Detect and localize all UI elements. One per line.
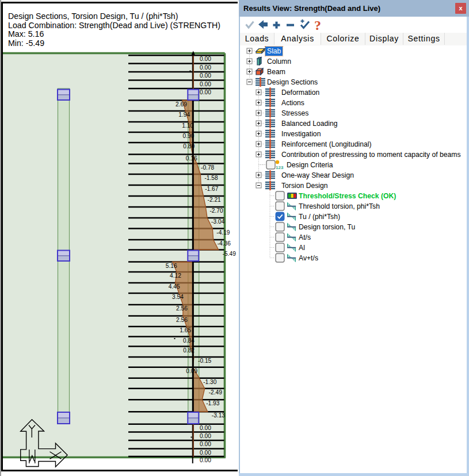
svg-text:0.00: 0.00: [200, 56, 211, 62]
svg-text:0.00: 0.00: [200, 72, 211, 79]
svg-text:0.00: 0.00: [200, 450, 211, 456]
svg-text:-2.49: -2.49: [209, 389, 223, 396]
svg-text:-0.78: -0.78: [201, 164, 215, 171]
svg-text:-5.49: -5.49: [223, 251, 237, 257]
svg-text:-2.21: -2.21: [208, 197, 222, 203]
svg-text:-1.58: -1.58: [204, 175, 218, 181]
svg-text:0.00: 0.00: [200, 425, 211, 431]
svg-text:0.00: 0.00: [200, 81, 211, 87]
svg-text:5.16: 5.16: [166, 263, 177, 269]
svg-text:-4.36: -4.36: [218, 240, 231, 247]
svg-text:2.56: 2.56: [176, 317, 188, 323]
svg-text:1.10: 1.10: [182, 122, 193, 129]
svg-text:4.45: 4.45: [169, 283, 180, 290]
svg-text:3.54: 3.54: [172, 294, 184, 300]
svg-text:2.69: 2.69: [176, 101, 187, 108]
svg-text:0.00: 0.00: [200, 441, 211, 447]
svg-text:-1.93: -1.93: [206, 400, 220, 406]
svg-text:-2.70: -2.70: [209, 208, 223, 214]
svg-text:0.84: 0.84: [183, 337, 195, 344]
svg-text:1.94: 1.94: [178, 112, 190, 118]
svg-text:1.65: 1.65: [180, 327, 191, 333]
svg-text:0.90: 0.90: [183, 133, 195, 139]
svg-text:0.80: 0.80: [183, 143, 195, 149]
svg-text:0.82: 0.82: [183, 347, 195, 354]
svg-text:-3.04: -3.04: [211, 218, 225, 225]
svg-text:-1.30: -1.30: [203, 379, 217, 385]
svg-text:?: ?: [314, 18, 321, 33]
svg-text:123: 123: [276, 165, 284, 170]
svg-text:0.09: 0.09: [186, 368, 197, 374]
svg-text:0.00: 0.00: [200, 457, 211, 463]
svg-text:0.16: 0.16: [186, 155, 197, 162]
svg-text:-4.19: -4.19: [216, 229, 230, 236]
svg-text:-0.15: -0.15: [198, 358, 212, 364]
svg-text:-1.67: -1.67: [205, 186, 219, 192]
svg-text:0.00: 0.00: [200, 433, 211, 439]
svg-text:-3.13: -3.13: [212, 412, 226, 419]
svg-text:2.56: 2.56: [176, 305, 188, 312]
svg-text:0.00: 0.00: [200, 89, 211, 95]
svg-text:4.12: 4.12: [170, 272, 181, 279]
svg-text:0.00: 0.00: [200, 64, 211, 71]
